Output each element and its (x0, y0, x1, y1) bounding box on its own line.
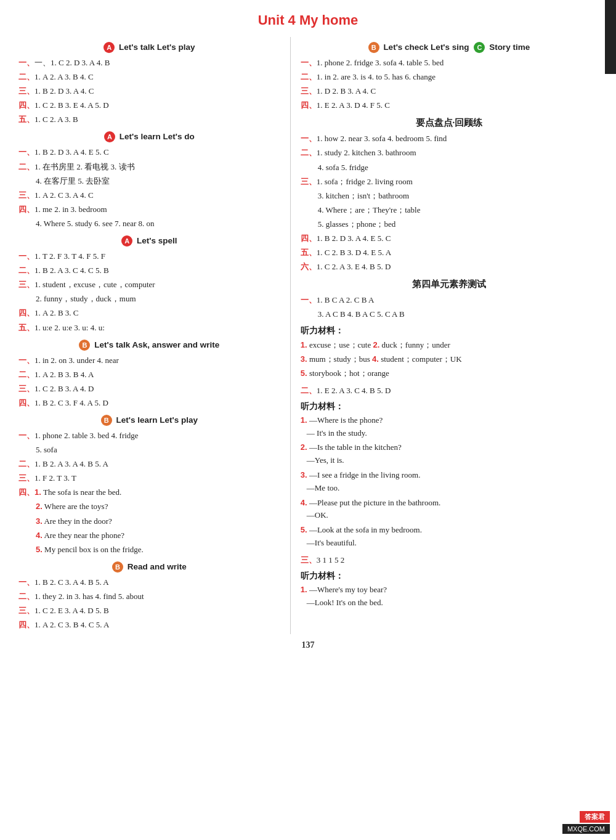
dialogue-2: 2. —Is the table in the kitchen? —Yes, i… (301, 441, 598, 467)
icon-b-2: B (101, 415, 112, 426)
section-lets-learn-play-title: B Let's learn Let's play (18, 415, 280, 426)
review-answers: 一、1. how 2. near 3. sofa 4. bedroom 5. f… (301, 132, 598, 274)
icon-b-4: B (368, 42, 379, 53)
section-lets-check-title: B Let's check Let's sing C Story time (301, 42, 598, 53)
right-column: B Let's check Let's sing C Story time 一、… (291, 37, 598, 634)
icon-a-2: A (104, 131, 115, 142)
read-write-answers: 一、1. B 2. C 3. A 4. B 5. A 二、1. they 2. … (18, 576, 280, 632)
listening3-dialogues: 1. —Where's my toy bear? —Look! It's on … (301, 584, 598, 610)
watermark: 答案君 MXQE.COM (562, 811, 610, 834)
lets-check-answers: 一、1. phone 2. fridge 3. sofa 4. table 5.… (301, 56, 598, 112)
listening-header-3: 听力材料： (301, 571, 598, 582)
page-number: 137 (18, 640, 598, 650)
section-read-write-title: B Read and write (18, 561, 280, 573)
dialogue-l3-1: 1. —Where's my toy bear? —Look! It's on … (301, 584, 598, 610)
section-lets-learn-do-title: A Let's learn Let's do (18, 131, 280, 142)
left-column: A Let's talk Let's play 一、一、1. C 2. D 3.… (18, 37, 291, 634)
dialogue-5: 5. —Look at the sofa in my bedroom. —It'… (301, 524, 598, 550)
section-lets-spell-title: A Let's spell (18, 235, 280, 247)
unit-test-answers: 一、1. B C A 2. C B A 3. A C B 4. B A C 5.… (301, 293, 598, 321)
dialogue-1: 1. —Where is the phone? — It's in the st… (301, 414, 598, 440)
icon-a-1: A (103, 42, 115, 53)
dialogue-4: 4. —Please put the picture in the bathro… (301, 497, 598, 523)
icon-c-1: C (474, 42, 485, 53)
icon-b-1: B (79, 340, 90, 351)
icon-b-3: B (112, 561, 123, 573)
page-edge-decoration (605, 0, 616, 74)
listening2-dialogues: 1. —Where is the phone? — It's in the st… (301, 414, 598, 550)
lets-talk-play-answers: 一、一、1. C 2. D 3. A 4. B 二、1. A 2. A 3. B… (18, 56, 280, 126)
san3-answers: 三、3 1 1 5 2 (301, 553, 598, 567)
lets-spell-answers: 一、1. T 2. F 3. T 4. F 5. F 二、1. B 2. A 3… (18, 250, 280, 335)
review-header: 要点盘点·回顾练 (301, 117, 598, 129)
lets-learn-do-answers: 一、1. B 2. D 3. A 4. E 5. C 二、1. 在书房里 2. … (18, 145, 280, 230)
icon-a-3: A (121, 235, 132, 247)
listening-header-1: 听力材料： (301, 325, 598, 336)
lets-talk-ask-answers: 一、1. in 2. on 3. under 4. near 二、1. A 2.… (18, 354, 280, 410)
watermark-url: MXQE.COM (562, 824, 610, 834)
section-lets-talk-ask-title: B Let's talk Ask, answer and write (18, 340, 280, 351)
er2-answers: 二、1. E 2. A 3. C 4. B 5. D (301, 384, 598, 398)
lets-learn-play-answers: 一、1. phone 2. table 3. bed 4. fridge 5. … (18, 429, 280, 557)
watermark-top-text: 答案君 (580, 811, 610, 823)
dialogue-3: 3. —I see a fridge in the living room. —… (301, 469, 598, 495)
unit-test-header: 第四单元素养测试 (301, 279, 598, 290)
page-title: Unit 4 My home (18, 12, 598, 28)
section-lets-talk-play-title: A Let's talk Let's play (18, 42, 280, 53)
listening-header-2: 听力材料： (301, 401, 598, 412)
listening1-answers: 1. excuse；use；cute 2. duck；funny；under 3… (301, 338, 598, 380)
